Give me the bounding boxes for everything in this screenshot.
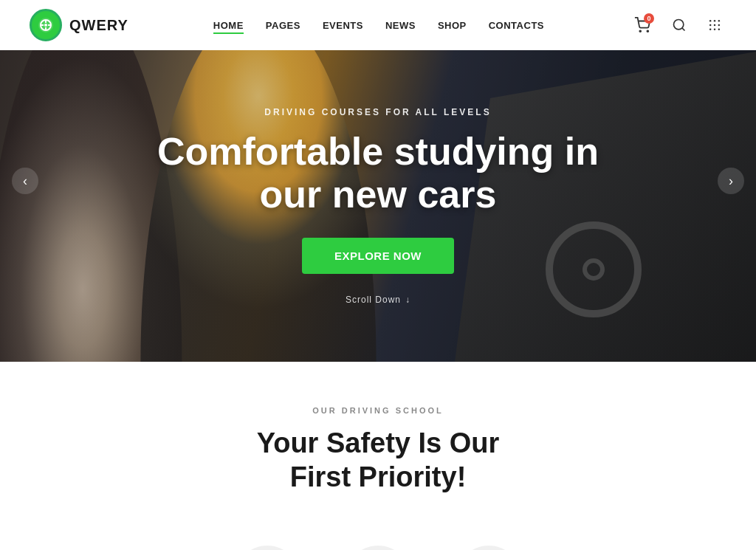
svg-line-10 [682, 28, 685, 31]
svg-point-15 [714, 24, 716, 27]
grid-icon [707, 18, 722, 32]
icons-row [0, 546, 756, 550]
icon-card-classroom [456, 546, 522, 550]
cart-badge: 0 [644, 13, 654, 24]
icon-card-instructor [234, 546, 300, 550]
section-title: Your Safety Is OurFirst Priority! [30, 427, 726, 494]
svg-point-2 [44, 24, 47, 27]
svg-point-12 [714, 20, 716, 22]
svg-point-18 [714, 29, 716, 31]
svg-point-8 [647, 30, 648, 32]
hero-section: DRIVING COURSES FOR ALL LEVELS Comfortab… [0, 0, 756, 362]
nav-shop[interactable]: SHOP [438, 20, 467, 31]
svg-point-17 [709, 29, 712, 31]
hero-next-button[interactable]: › [718, 168, 744, 194]
equipment-icon-circle [345, 546, 411, 550]
hero-prev-button[interactable]: ‹ [12, 168, 38, 194]
svg-point-11 [709, 20, 712, 22]
grid-button[interactable] [703, 13, 726, 37]
site-header: QWERY HOME PAGES EVENTS NEWS SHOP CONTAC… [0, 0, 756, 50]
instructor-icon-circle [234, 546, 300, 550]
scroll-down[interactable]: Scroll Down ↓ [346, 295, 410, 305]
hero-subtitle: DRIVING COURSES FOR ALL LEVELS [264, 107, 491, 117]
logo-text: QWERY [69, 17, 128, 34]
nav-contacts[interactable]: CONTACTS [489, 20, 544, 31]
nav-events[interactable]: EVENTS [323, 20, 363, 31]
svg-point-19 [718, 29, 721, 31]
nav-pages[interactable]: PAGES [266, 20, 300, 31]
nav-home[interactable]: HOME [213, 20, 244, 31]
cart-button[interactable]: 0 [629, 12, 656, 38]
svg-point-9 [673, 20, 683, 30]
svg-point-16 [718, 24, 721, 27]
svg-point-13 [718, 20, 721, 22]
logo-area[interactable]: QWERY [30, 9, 128, 41]
main-nav: HOME PAGES EVENTS NEWS SHOP CONTACTS [213, 20, 544, 31]
hero-title: Comfortable studying in our new cars [127, 131, 629, 215]
svg-point-14 [709, 24, 712, 27]
scroll-down-label: Scroll Down [346, 295, 401, 305]
icon-card-equipment [345, 546, 411, 550]
header-actions: 0 [629, 12, 726, 38]
explore-button[interactable]: Explore Now [302, 238, 454, 274]
scroll-down-arrow: ↓ [405, 295, 410, 305]
hero-content: DRIVING COURSES FOR ALL LEVELS Comfortab… [0, 0, 756, 362]
section-tag: OUR DRIVING SCHOOL [30, 406, 726, 415]
search-button[interactable] [667, 13, 691, 37]
nav-news[interactable]: NEWS [385, 20, 416, 31]
driving-school-section: OUR DRIVING SCHOOL Your Safety Is OurFir… [0, 362, 756, 546]
svg-point-7 [639, 30, 641, 32]
search-icon [672, 18, 687, 32]
classroom-icon-circle [456, 546, 522, 550]
logo-icon [30, 9, 62, 41]
